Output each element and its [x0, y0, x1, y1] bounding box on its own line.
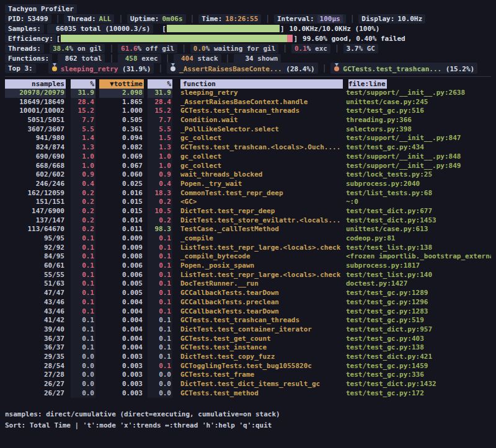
cell-file-line: test/test_dict.py:957: [346, 325, 491, 335]
cell-tottime: 0.004: [99, 325, 144, 335]
cell-tottime: 0.003: [99, 380, 144, 389]
samples-label: Samples:: [5, 24, 44, 33]
table-row[interactable]: 26/27 0.0 0.003 0.0 GCTests.test_method …: [5, 389, 491, 398]
stat-box: 3.7% GC: [343, 44, 378, 53]
footer-legend: nsamples: direct/cumulative (direct=exec…: [5, 409, 491, 420]
cell-tottime: 0.004: [99, 307, 144, 317]
cell-nsamples: 28/54: [5, 362, 66, 371]
table-row[interactable]: 95/95 0.1 0.009 0.1 _compile codeop.py:8…: [5, 234, 491, 244]
column-header-tottime-sorted[interactable]: ▼tottime: [99, 79, 144, 89]
table-row[interactable]: 5051/5051 7.7 0.505 7.7 Condition.wait t…: [5, 116, 491, 125]
cell-cumulative-pct: 0.1: [148, 335, 172, 344]
table-row[interactable]: 28/54 0.0 0.003 0.1 GCTogglingTests.test…: [5, 362, 491, 371]
separator: │: [186, 15, 199, 23]
cell-function: GCTests.test_trashcan_threads: [180, 316, 340, 325]
column-header-file-line[interactable]: file:line: [348, 79, 387, 89]
separator: │: [161, 55, 174, 63]
table-row[interactable]: 20978/20979 31.9 2.098 31.9 sleeping_ret…: [5, 89, 491, 98]
samples-line: Samples: 66035 total (10000.3/s) [] 10.0…: [5, 24, 491, 33]
table-row[interactable]: 43/46 0.1 0.004 0.1 GCCallbackTests.prec…: [5, 298, 491, 307]
table-row[interactable]: 941/980 1.4 0.094 1.5 gc_collect test/su…: [5, 134, 491, 143]
column-header-function[interactable]: function: [180, 79, 343, 89]
top-function-pct: (31.9%): [118, 65, 151, 73]
cell-direct-pct: 0.2: [71, 189, 95, 198]
cell-direct-pct: 1.0: [71, 152, 95, 162]
cell-tottime: 0.009: [99, 244, 144, 253]
table-row[interactable]: 27/28 0.0 0.003 0.0 GCTests.test_frame t…: [5, 371, 491, 380]
cell-nsamples: 5051/5051: [5, 116, 66, 125]
table-row[interactable]: 113/64670 0.2 0.011 98.3 TestCase._callT…: [5, 225, 491, 234]
cell-direct-pct: 28.4: [71, 98, 95, 107]
table-row[interactable]: 10001/10002 15.2 1.000 15.2 GCTests.test…: [5, 107, 491, 116]
cell-tottime: 0.067: [99, 162, 144, 171]
table-row[interactable]: 18649/18649 28.4 1.865 28.4 _AssertRaise…: [5, 98, 491, 107]
table-row[interactable]: 84/95 0.1 0.008 0.1 _compile_bytecode <f…: [5, 252, 491, 261]
stat-unit: stack: [193, 55, 218, 63]
cell-cumulative-pct: 1.3: [148, 143, 172, 152]
cell-direct-pct: 0.0: [71, 380, 95, 389]
cell-cumulative-pct: 31.9: [148, 89, 172, 98]
cell-file-line: test/test_gc.py:516: [346, 107, 491, 116]
table-row[interactable]: 690/690 1.0 0.069 1.0 gc_collect test/su…: [5, 152, 491, 162]
stat-value: 0.0: [193, 45, 206, 53]
table-row[interactable]: 47/47 0.1 0.005 0.1 GCCallbackTests.tear…: [5, 289, 491, 298]
cell-nsamples: 3607/3607: [5, 125, 66, 134]
table-row[interactable]: 151/151 0.2 0.015 0.2 <GC> ~:0: [5, 198, 491, 207]
cell-nsamples: 92/92: [5, 244, 66, 253]
cell-tottime: 0.004: [99, 343, 144, 353]
cell-tottime: 0.003: [99, 362, 144, 371]
table-row[interactable]: 246/246 0.4 0.025 0.4 Popen._try_wait su…: [5, 180, 491, 189]
table-row[interactable]: 92/92 0.1 0.009 0.1 ListTest.test_repr_l…: [5, 244, 491, 253]
cell-nsamples: 55/55: [5, 271, 66, 280]
cell-file-line: unittest/case.py:245: [346, 98, 491, 107]
time-value: 18:26:55: [225, 15, 258, 23]
functions-line: Functions: 862 total │ 458 exec │ 404 st…: [5, 53, 491, 63]
cell-function: DictTest.test_container_iterator: [180, 325, 340, 335]
efficiency-good-segment: [61, 35, 287, 42]
cell-file-line: ~:0: [346, 198, 491, 207]
table-row[interactable]: 36/37 0.1 0.004 0.1 GCTests.test_get_cou…: [5, 335, 491, 344]
separator: │: [221, 55, 234, 63]
table-row[interactable]: 147/6900 0.2 0.015 10.5 DictTest.test_re…: [5, 207, 491, 216]
cell-tottime: 0.004: [99, 335, 144, 344]
cell-function: GCCallbackTests.tearDown: [180, 289, 340, 298]
table-row[interactable]: 162/12059 0.2 0.016 18.3 CommonTest.test…: [5, 189, 491, 198]
stat-box: 38.4% on gil: [50, 44, 105, 53]
table-row[interactable]: 137/147 0.2 0.014 0.2 DictTest.test_stor…: [5, 216, 491, 226]
column-header-cumulative-pct[interactable]: %: [148, 79, 172, 89]
cell-nsamples: 246/246: [5, 180, 66, 189]
column-header-direct-pct[interactable]: %: [71, 79, 95, 89]
stat-segment: 458 exec │: [118, 54, 174, 63]
cell-direct-pct: 0.1: [71, 234, 95, 244]
cell-tottime: 2.098: [99, 89, 144, 98]
table-row[interactable]: 29/35 0.0 0.003 0.1 DictTest.test_copy_f…: [5, 353, 491, 362]
cell-file-line: subprocess.py:2040: [346, 180, 491, 189]
thread-stat[interactable]: Thread:ALL: [64, 14, 114, 24]
cell-nsamples: 113/64670: [5, 225, 66, 234]
cell-tottime: 0.082: [99, 143, 144, 152]
table-row[interactable]: 3607/3607 5.5 0.361 5.5 _PollLikeSelecto…: [5, 125, 491, 134]
stat-unit: exec: [138, 55, 158, 63]
table-row[interactable]: 60/61 0.1 0.006 0.1 Popen._posix_spawn s…: [5, 261, 491, 271]
cell-function: Popen._try_wait: [180, 180, 340, 189]
table-row[interactable]: 26/27 0.0 0.003 0.0 DictTest.test_dict_i…: [5, 380, 491, 389]
stat-box: 0.1% exc: [291, 44, 330, 53]
table-row[interactable]: 43/46 0.1 0.004 0.1 GCCallbackTests.tear…: [5, 307, 491, 317]
table-row[interactable]: 51/63 0.1 0.005 0.1 DocTestRunner.__run …: [5, 279, 491, 289]
column-header-nsamples[interactable]: nsamples: [5, 79, 66, 89]
table-row[interactable]: 824/874 1.3 0.082 1.3 GCTests.test_trash…: [5, 143, 491, 152]
cell-cumulative-pct: 0.1: [148, 307, 172, 317]
table-row[interactable]: 36/37 0.1 0.004 0.1 GCTests.test_instanc…: [5, 343, 491, 353]
table-row[interactable]: 55/55 0.1 0.006 0.1 ListTest.test_repr_l…: [5, 271, 491, 280]
separator: │: [346, 15, 359, 23]
table-row[interactable]: 41/42 0.1 0.004 0.1 GCTests.test_trashca…: [5, 316, 491, 325]
cell-direct-pct: 0.2: [71, 207, 95, 216]
cell-nsamples: 941/980: [5, 134, 66, 143]
cell-direct-pct: 0.2: [71, 198, 95, 207]
table-row[interactable]: 602/602 0.9 0.060 0.9 wait_threads_block…: [5, 170, 491, 180]
table-row[interactable]: 668/668 1.0 0.067 1.0 gc_collect test/su…: [5, 162, 491, 171]
top-function-entry: sleeping_retry (31.9%) │: [48, 63, 167, 74]
table-row[interactable]: 39/40 0.1 0.004 0.1 DictTest.test_contai…: [5, 325, 491, 335]
cell-file-line: test/test_dict.py:1432: [346, 380, 491, 389]
cell-cumulative-pct: 0.1: [148, 325, 172, 335]
